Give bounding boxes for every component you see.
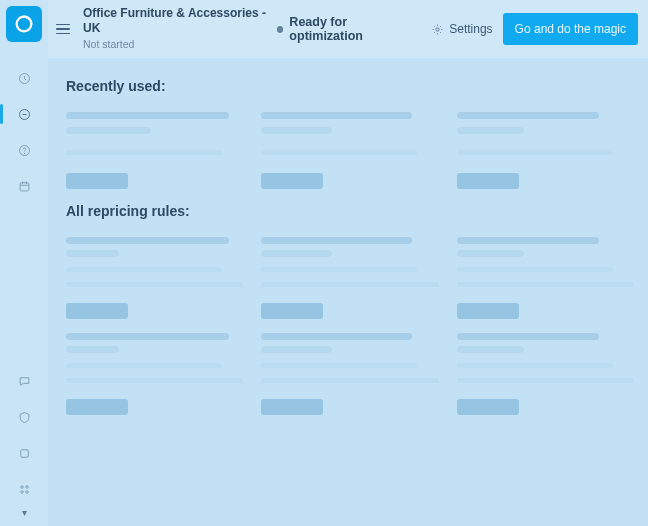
skeleton-line [457, 333, 599, 340]
skeleton-line [457, 363, 613, 368]
skeleton-line [261, 237, 412, 244]
skeleton-line [457, 346, 524, 353]
all-cards-row-1 [66, 237, 634, 319]
svg-point-9 [20, 490, 23, 493]
skeleton-line [261, 150, 417, 155]
skeleton-line [457, 237, 599, 244]
skeleton-chip [457, 303, 519, 319]
skeleton-line [457, 378, 634, 383]
svg-point-10 [25, 490, 28, 493]
skeleton-chip [457, 399, 519, 415]
app-logo[interactable] [6, 6, 42, 42]
collapse-caret-icon[interactable]: ▾ [22, 507, 27, 518]
skeleton-line [66, 127, 151, 134]
skeleton-chip [66, 303, 128, 319]
skeleton-line [66, 250, 119, 257]
section-title-recent: Recently used: [66, 78, 634, 94]
skeleton-line [457, 127, 524, 134]
skeleton-line [261, 250, 332, 257]
skeleton-card [66, 112, 243, 189]
status-dot-icon [277, 26, 284, 33]
skeleton-line [457, 282, 634, 287]
skeleton-line [261, 333, 412, 340]
skeleton-line [66, 267, 222, 272]
settings-label: Settings [449, 22, 492, 36]
page-title: Office Furniture & Accessories - UK [83, 6, 277, 36]
svg-point-7 [20, 485, 23, 488]
help-icon[interactable] [12, 138, 36, 162]
skeleton-chip [66, 399, 128, 415]
page-header: Office Furniture & Accessories - UK Not … [48, 0, 648, 58]
skeleton-card [457, 333, 634, 415]
skeleton-chip [457, 173, 519, 189]
skeleton-line [66, 150, 222, 155]
skeleton-card [261, 237, 438, 319]
skeleton-chip [66, 173, 128, 189]
page-status-text: Not started [83, 38, 277, 51]
skeleton-line [457, 112, 599, 119]
skeleton-card [66, 237, 243, 319]
skeleton-card [457, 237, 634, 319]
skeleton-line [66, 112, 229, 119]
header-titles: Office Furniture & Accessories - UK Not … [83, 6, 277, 51]
svg-point-11 [436, 27, 439, 30]
skeleton-card [261, 333, 438, 415]
main-content: Recently used: All repricing rules: [48, 58, 648, 526]
skeleton-card [66, 333, 243, 415]
all-cards-row-2 [66, 333, 634, 415]
svg-rect-6 [20, 449, 28, 457]
skeleton-line [66, 378, 243, 383]
recent-cards [66, 112, 634, 189]
skeleton-chip [261, 399, 323, 415]
primary-cta-button[interactable]: Go and do the magic [503, 13, 638, 45]
skeleton-line [66, 282, 243, 287]
skeleton-line [66, 237, 229, 244]
optimization-status: Ready for optimization [277, 15, 418, 43]
skeleton-card [457, 112, 634, 189]
section-title-all: All repricing rules: [66, 203, 634, 219]
skeleton-line [261, 267, 417, 272]
calendar-icon[interactable] [12, 174, 36, 198]
skeleton-line [261, 363, 417, 368]
skeleton-line [457, 267, 613, 272]
skeleton-card [261, 112, 438, 189]
grid-icon[interactable] [12, 477, 36, 501]
svg-point-8 [25, 485, 28, 488]
box-icon[interactable] [12, 441, 36, 465]
skeleton-chip [261, 303, 323, 319]
skeleton-line [66, 363, 222, 368]
shield-icon[interactable] [12, 405, 36, 429]
svg-rect-5 [20, 182, 29, 190]
skeleton-line [457, 150, 613, 155]
status-label: Ready for optimization [289, 15, 417, 43]
skeleton-line [66, 333, 229, 340]
side-rail: ▾ [0, 0, 48, 526]
skeleton-line [66, 346, 119, 353]
skeleton-line [261, 346, 332, 353]
skeleton-line [261, 112, 412, 119]
chat-icon[interactable] [12, 369, 36, 393]
skeleton-chip [261, 173, 323, 189]
settings-button[interactable]: Settings [431, 22, 492, 36]
menu-icon[interactable] [56, 19, 75, 39]
gear-icon [431, 23, 444, 36]
skeleton-line [261, 127, 332, 134]
skeleton-line [261, 282, 438, 287]
skeleton-line [457, 250, 524, 257]
clock-icon[interactable] [12, 66, 36, 90]
skeleton-line [261, 378, 438, 383]
svg-point-4 [24, 152, 25, 153]
rules-icon[interactable] [12, 102, 36, 126]
